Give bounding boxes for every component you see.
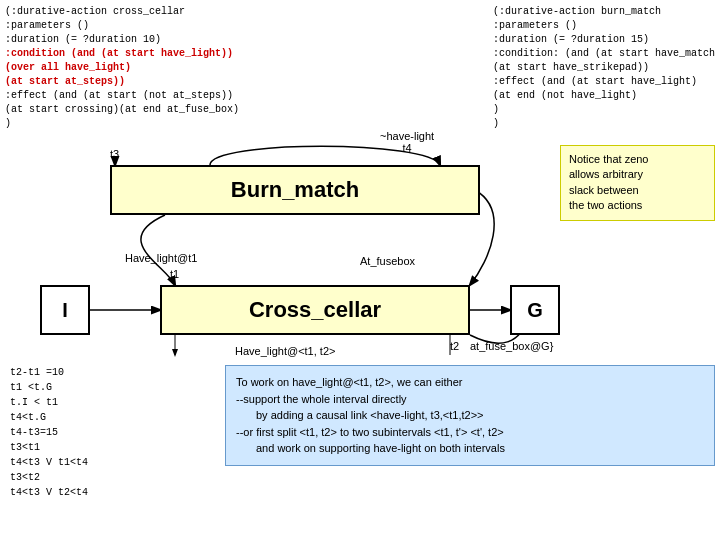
constraints-text: t2-t1 =10 t1 <t.G t.I < t1 t4<t.G t4-t3=… bbox=[10, 365, 88, 500]
label-at-fuse-box-g: at_fuse_box@G} bbox=[470, 340, 553, 352]
label-t2: t2 bbox=[450, 340, 459, 352]
label-have-light-t1: Have_light@t1 bbox=[125, 252, 197, 264]
label-have-light-t4: ~have-light t4 bbox=[380, 130, 434, 154]
top-left-code: (:durative-action cross_cellar :paramete… bbox=[5, 5, 239, 131]
cross-cellar-box: Cross_cellar bbox=[160, 285, 470, 335]
label-at-fusebox: At_fusebox bbox=[360, 255, 415, 267]
label-t1: t1 bbox=[170, 268, 179, 280]
notice-box: Notice that zeno allows arbitrary slack … bbox=[560, 145, 715, 221]
top-right-code: (:durative-action burn_match :parameters… bbox=[493, 5, 715, 131]
label-t3: t3 bbox=[110, 148, 119, 160]
label-have-light-t1t2: Have_light@<t1, t2> bbox=[235, 345, 335, 357]
burn-match-box: Burn_match bbox=[110, 165, 480, 215]
g-box: G bbox=[510, 285, 560, 335]
description-box: To work on have_light@<t1, t2>, we can e… bbox=[225, 365, 715, 466]
i-box: I bbox=[40, 285, 90, 335]
diagram-area: t3 ~have-light t4 At_fusebox Have_light@… bbox=[10, 130, 570, 390]
